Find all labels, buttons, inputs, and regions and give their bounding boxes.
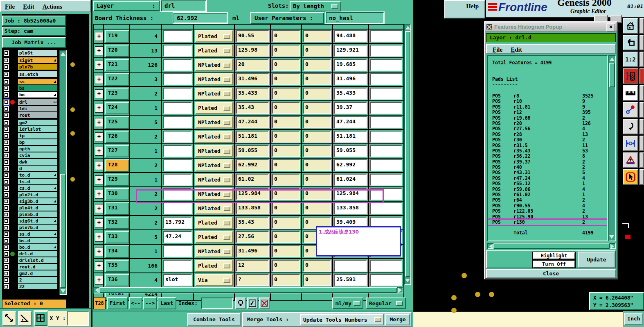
grid-view-button[interactable]: [34, 311, 47, 326]
toolbar-clipped-button[interactable]: [639, 152, 644, 168]
drill-size-input[interactable]: 125.98: [236, 45, 269, 57]
layer-name[interactable]: bo: [18, 91, 57, 98]
layer-checkbox[interactable]: [4, 159, 9, 165]
layer-checkbox[interactable]: [4, 100, 9, 105]
layer-checkbox[interactable]: [4, 251, 9, 257]
tool-type-dropdown[interactable]: Plated: [195, 231, 233, 243]
scroll-up-icon[interactable]: [610, 57, 615, 61]
param2-input[interactable]: 0: [303, 145, 331, 157]
layer-checkbox[interactable]: [4, 113, 9, 118]
command-line[interactable]: [413, 311, 623, 327]
tool-button[interactable]: T23: [105, 88, 129, 100]
row-select-icon[interactable]: +: [95, 61, 103, 70]
layer-name[interactable]: pln6t: [18, 50, 57, 56]
scrollbar-thumb[interactable]: [609, 63, 615, 87]
mode-dropdown[interactable]: Regular: [366, 297, 406, 309]
toolbar-ruler-icon[interactable]: [623, 85, 638, 101]
row-select-icon[interactable]: +: [95, 89, 103, 98]
tool-type-dropdown[interactable]: NPlated: [195, 174, 233, 186]
toolbar-layers-traffic-icon[interactable]: [623, 68, 638, 84]
toolbar-truncate-icon[interactable]: [623, 152, 638, 168]
extra-input[interactable]: [370, 30, 402, 42]
scroll-right-icon[interactable]: [398, 288, 402, 293]
tool-type-dropdown[interactable]: Via: [195, 274, 233, 286]
layer-checkbox[interactable]: [4, 92, 9, 98]
layer-checkbox[interactable]: [4, 106, 9, 111]
layer-checkbox[interactable]: [4, 218, 9, 224]
toolbar-rotate-icon[interactable]: [623, 119, 638, 134]
bulb-icon[interactable]: [235, 297, 246, 309]
tool-name-input[interactable]: [163, 174, 192, 186]
scrollbar-thumb[interactable]: [405, 31, 410, 277]
row-select-icon[interactable]: +: [95, 147, 103, 156]
finish-size-input[interactable]: 35.433: [334, 88, 367, 100]
layer-checkbox[interactable]: [4, 271, 9, 276]
menu-file[interactable]: File: [493, 46, 502, 53]
layer-checkbox[interactable]: [4, 258, 9, 263]
tool-name-input[interactable]: [163, 116, 192, 128]
layer-name[interactable]: 1di: [18, 105, 57, 112]
row-select-icon[interactable]: +: [95, 132, 103, 141]
tool-name-input[interactable]: slot: [163, 274, 192, 286]
toolbar-clipped-button[interactable]: [639, 85, 644, 101]
layer-name[interactable]: dwk: [18, 159, 57, 165]
menu-edit[interactable]: Edit: [23, 3, 34, 10]
extra-input[interactable]: [370, 59, 402, 71]
finish-size-input[interactable]: 25.591: [334, 274, 367, 286]
finish-size-input[interactable]: 19.685: [334, 59, 367, 71]
param1-input[interactable]: 0: [272, 217, 300, 229]
tool-type-dropdown[interactable]: Plated: [195, 30, 233, 42]
param1-input[interactable]: 0: [272, 202, 300, 214]
tool-button[interactable]: T30: [105, 188, 129, 200]
toolbar-home-icon[interactable]: [623, 18, 638, 34]
layer-checkbox[interactable]: [4, 284, 9, 289]
scrollbar-thumb[interactable]: [99, 287, 397, 293]
scroll-up-icon[interactable]: [405, 26, 410, 30]
tool-button[interactable]: T19: [105, 30, 129, 43]
layer-checkbox[interactable]: [4, 186, 9, 191]
layer-expand-icon[interactable]: ⊞: [53, 100, 56, 105]
extra-input[interactable]: [370, 159, 402, 171]
layer-checkbox[interactable]: [4, 86, 9, 91]
menu-actions[interactable]: Actions: [43, 3, 62, 10]
toolbar-clipped-button[interactable]: [639, 18, 644, 34]
drill-size-input[interactable]: 133.858: [236, 202, 269, 214]
layer-checkbox[interactable]: [4, 72, 9, 77]
layer-checkbox[interactable]: [4, 153, 9, 158]
toolbar-clipped-button[interactable]: [639, 102, 644, 118]
curve-icon[interactable]: [247, 297, 258, 309]
extra-input[interactable]: [370, 274, 402, 286]
layer-name[interactable]: pln7b: [18, 64, 57, 70]
param1-input[interactable]: 0: [272, 145, 300, 157]
tool-button[interactable]: T22: [105, 73, 129, 86]
layer-name[interactable]: drl.d: [18, 250, 57, 257]
finish-size-input[interactable]: 31.496: [334, 73, 367, 85]
extra-input[interactable]: [370, 174, 402, 186]
param1-input[interactable]: 0: [272, 45, 300, 57]
tool-type-dropdown[interactable]: NPlated: [195, 88, 233, 100]
drill-size-input[interactable]: 51.181: [236, 131, 269, 143]
layer-name[interactable]: ss: [18, 78, 57, 85]
layer-value-input[interactable]: drl: [161, 0, 206, 11]
finish-size-input[interactable]: 62.992: [334, 159, 367, 171]
row-select-icon[interactable]: +: [95, 218, 103, 227]
layer-name[interactable]: gm2: [18, 119, 57, 126]
param1-input[interactable]: 0: [272, 231, 300, 243]
layer-checkbox[interactable]: [4, 166, 9, 171]
combine-tools-button[interactable]: Combine Tools: [187, 313, 241, 326]
layer-name[interactable]: bs.d: [18, 237, 57, 244]
tool-button[interactable]: T34: [105, 245, 129, 258]
popup-close-button[interactable]: ×: [606, 23, 615, 32]
drill-size-input[interactable]: 31.496: [236, 73, 269, 85]
scroll-right-icon[interactable]: [610, 244, 614, 249]
layer-name[interactable]: pln7b.d: [18, 224, 57, 231]
tool-button[interactable]: T28: [105, 159, 129, 172]
layer-name[interactable]: drlslot.d: [18, 257, 57, 263]
units-dropdown[interactable]: ml/my: [332, 297, 363, 309]
scroll-down-icon[interactable]: [609, 235, 614, 239]
tool-type-dropdown[interactable]: Plated: [195, 260, 233, 272]
tool-button[interactable]: T33: [105, 231, 129, 243]
layer-checkbox[interactable]: [4, 238, 9, 243]
tool-type-dropdown[interactable]: NPlated: [195, 145, 233, 157]
layer-name[interactable]: 1drlslot: [18, 126, 57, 132]
